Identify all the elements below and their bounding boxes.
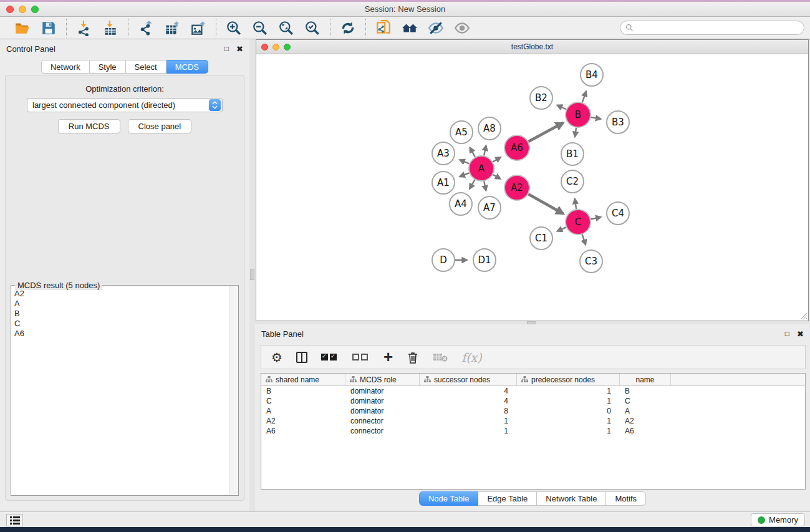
node-label-C1: C1	[535, 233, 547, 244]
node-label-A6: A6	[511, 142, 523, 153]
edge-B-B4[interactable]	[582, 91, 586, 102]
import-network-icon[interactable]	[75, 19, 93, 37]
add-column-icon[interactable]: +	[383, 351, 393, 364]
network-window-titlebar[interactable]: testGlobe.txt	[256, 40, 808, 54]
close-table-panel-icon[interactable]: ✖	[797, 330, 804, 338]
edge-B-B1[interactable]	[575, 128, 576, 137]
close-panel-icon[interactable]: ✖	[236, 45, 243, 53]
zoom-fit-icon[interactable]	[277, 19, 295, 37]
edge-A2-C[interactable]	[528, 194, 563, 214]
table-panel: Table Panel □ ✖ ⚙ + f(x) shared name MCD…	[255, 324, 810, 511]
tab-mcds[interactable]: MCDS	[166, 60, 208, 74]
table-row[interactable]: B dominator 4 1 B	[261, 386, 805, 396]
memory-button[interactable]: Memory	[751, 513, 805, 526]
control-panel-title: Control Panel	[6, 44, 55, 54]
tab-select[interactable]: Select	[126, 60, 166, 74]
function-builder-icon[interactable]: f(x)	[461, 351, 482, 364]
mcds-result-list: A2 A B C A6	[12, 286, 229, 495]
node-label-D: D	[440, 254, 447, 266]
edge-B-B3[interactable]	[591, 117, 601, 119]
deselect-all-icon[interactable]	[352, 354, 370, 360]
tab-network[interactable]: Network	[41, 60, 90, 74]
tab-node-table[interactable]: Node Table	[419, 491, 479, 506]
result-item[interactable]: C	[14, 319, 228, 329]
node-label-B1: B1	[566, 148, 579, 160]
close-panel-button[interactable]: Close panel	[128, 119, 192, 133]
task-history-button[interactable]	[6, 514, 23, 526]
float-panel-icon[interactable]: □	[224, 45, 229, 52]
zoom-out-icon[interactable]	[251, 19, 269, 37]
result-scrollbar[interactable]	[229, 286, 238, 495]
edge-A-A3[interactable]	[460, 160, 469, 163]
vertical-splitter[interactable]	[249, 39, 255, 511]
table-row[interactable]: A2 connector 1 1 A2	[261, 416, 805, 426]
result-item[interactable]: A2	[14, 289, 228, 299]
tab-edge-table[interactable]: Edge Table	[478, 491, 537, 506]
edge-A6-B[interactable]	[528, 123, 563, 142]
select-stepper-icon	[209, 99, 221, 111]
column-header-name[interactable]: name	[620, 374, 671, 385]
node-label-A5: A5	[455, 127, 468, 138]
result-item[interactable]: A	[14, 299, 228, 309]
edge-B-B2[interactable]	[557, 105, 566, 110]
node-label-A3: A3	[437, 148, 450, 159]
import-table-icon[interactable]	[102, 19, 119, 37]
criterion-select[interactable]: largest connected component (directed)	[27, 98, 223, 112]
memory-label: Memory	[769, 515, 798, 525]
table-row[interactable]: A6 connector 1 1 A6	[261, 426, 805, 436]
network-window-title: testGlobe.txt	[256, 42, 808, 51]
optimization-criterion-label: Optimization criterion:	[6, 84, 244, 94]
run-mcds-button[interactable]: Run MCDS	[58, 119, 120, 133]
open-file-icon[interactable]	[14, 19, 31, 37]
edge-A-A1[interactable]	[460, 173, 469, 177]
tab-style[interactable]: Style	[90, 60, 126, 74]
hide-selected-icon[interactable]	[427, 19, 445, 37]
edge-C-C2[interactable]	[575, 199, 576, 209]
node-label-B2: B2	[535, 92, 547, 104]
new-network-from-selection-icon[interactable]	[375, 19, 392, 37]
edge-A-A4[interactable]	[470, 180, 475, 189]
edge-C-C3[interactable]	[582, 235, 586, 245]
export-table-icon[interactable]	[163, 19, 181, 37]
save-session-icon[interactable]	[40, 19, 57, 37]
select-all-icon[interactable]	[321, 354, 339, 360]
delete-table-icon[interactable]	[433, 352, 448, 362]
column-panel-icon[interactable]	[296, 352, 307, 363]
search-input[interactable]	[634, 22, 804, 34]
delete-column-icon[interactable]	[407, 351, 419, 364]
edge-A-A5[interactable]	[470, 148, 475, 157]
zoom-in-icon[interactable]	[225, 19, 243, 37]
node-label-C4: C4	[612, 208, 624, 219]
first-neighbors-icon[interactable]	[401, 19, 418, 37]
column-header-successor-nodes[interactable]: successor nodes	[420, 374, 517, 385]
export-network-icon[interactable]	[137, 19, 155, 37]
edge-A-A6[interactable]	[493, 157, 501, 162]
table-row[interactable]: C dominator 4 1 C	[261, 396, 805, 406]
float-table-panel-icon[interactable]: □	[785, 330, 789, 337]
search-field[interactable]	[620, 21, 804, 35]
column-header-shared-name[interactable]: shared name	[261, 374, 345, 385]
tab-motifs[interactable]: Motifs	[606, 491, 646, 506]
edge-C-C1[interactable]	[557, 227, 566, 231]
splitter-handle[interactable]	[250, 269, 254, 280]
node-label-B3: B3	[612, 117, 624, 128]
zoom-selected-icon[interactable]	[304, 19, 321, 37]
table-row[interactable]: A dominator 8 0 A	[261, 406, 805, 416]
network-canvas[interactable]: B4B2BB3A8A5A6B1A3AA1C2A2A4A7C4CC1C3DD1	[256, 54, 808, 321]
column-header-predecessor-nodes[interactable]: predecessor nodes	[517, 374, 620, 385]
show-all-icon[interactable]	[453, 19, 471, 37]
window-resize-grip[interactable]	[799, 312, 808, 320]
edge-C-C4[interactable]	[591, 217, 601, 220]
edge-A-A2[interactable]	[493, 175, 500, 179]
refresh-icon[interactable]	[339, 19, 357, 37]
control-panel-tabs: Network Style Select MCDS	[0, 60, 249, 74]
edge-A-A7[interactable]	[484, 181, 486, 191]
result-item[interactable]: A6	[14, 329, 228, 339]
export-image-icon[interactable]	[190, 19, 207, 37]
table-settings-icon[interactable]: ⚙	[271, 351, 282, 364]
column-header-mcds-role[interactable]: MCDS role	[345, 374, 420, 385]
edge-A-A8[interactable]	[484, 145, 486, 155]
result-item[interactable]: B	[14, 309, 228, 319]
tab-network-table[interactable]: Network Table	[537, 491, 606, 506]
node-label-C3: C3	[585, 256, 597, 267]
